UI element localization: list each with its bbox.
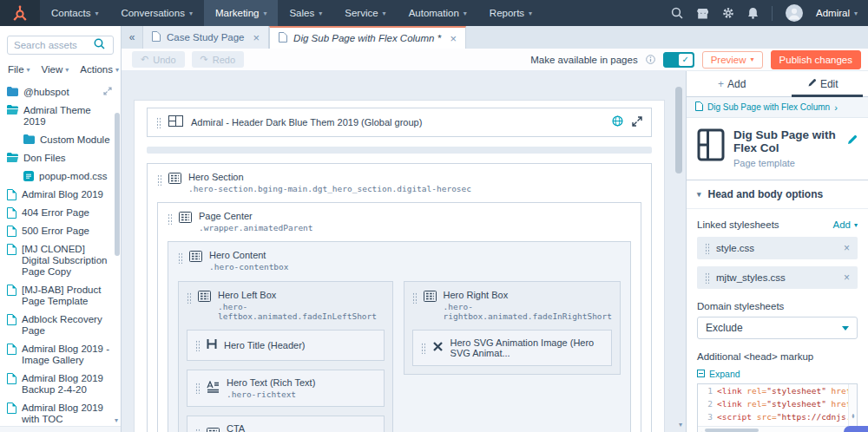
- marketplace-icon[interactable]: [696, 8, 709, 19]
- close-icon[interactable]: ×: [253, 31, 260, 44]
- notifications-bell-icon[interactable]: [747, 7, 759, 19]
- close-icon[interactable]: ×: [450, 32, 457, 45]
- domain-stylesheets-select[interactable]: Exclude: [697, 317, 858, 339]
- template-type-label: Page template: [733, 158, 858, 168]
- settings-gear-icon[interactable]: [722, 7, 734, 19]
- publish-changes-button[interactable]: Publish changes: [771, 50, 861, 69]
- module-cta[interactable]: CTA .hero-ctabox: [187, 416, 385, 432]
- module-hero-title[interactable]: Hero Title (Header): [187, 330, 385, 361]
- scroll-down-arrow-icon[interactable]: ▾: [852, 411, 855, 424]
- code-horizontal-scrollbar[interactable]: ◂ ▸: [698, 426, 848, 432]
- header-h-icon: [207, 337, 217, 353]
- template-icon: [697, 128, 725, 168]
- remove-icon[interactable]: ×: [844, 272, 850, 284]
- module-spacer[interactable]: [147, 147, 652, 154]
- sidebar-scrollbar[interactable]: [115, 113, 120, 256]
- drag-handle[interactable]: [156, 117, 161, 128]
- hero-content-group[interactable]: Hero Content .hero-contentbox Hero Left …: [168, 241, 631, 432]
- redo-button[interactable]: ↷Redo: [192, 51, 245, 68]
- stylesheet-item[interactable]: mjtw_styles.css ×: [697, 266, 858, 289]
- tree-item-blog-image-gallery[interactable]: Admiral Blog 2019 - Image Gallery: [7, 340, 112, 370]
- tree-item-404-error[interactable]: 404 Error Page: [7, 204, 112, 222]
- actions-menu[interactable]: Actions▾: [80, 64, 119, 75]
- globe-icon[interactable]: [612, 115, 623, 130]
- remove-icon[interactable]: ×: [844, 242, 850, 254]
- chat-beacon[interactable]: [844, 426, 868, 432]
- tree-item-custom-module[interactable]: Custom Module: [7, 131, 112, 149]
- breadcrumb[interactable]: Dig Sub Page with Flex Column: [687, 97, 868, 118]
- hero-left-box-group[interactable]: Hero Left Box .hero-leftbox.animated.fad…: [178, 281, 393, 432]
- nav-item-contacts[interactable]: Contacts▾: [40, 0, 109, 26]
- drag-handle[interactable]: [168, 213, 172, 225]
- nav-item-reports[interactable]: Reports▾: [478, 0, 543, 26]
- tree-item-blog-backup[interactable]: Admiral Blog 2019 Backup 2-4-20: [7, 370, 112, 399]
- chevron-down-icon: [842, 326, 849, 331]
- drag-handle[interactable]: [195, 383, 200, 394]
- nav-item-marketing[interactable]: Marketing▾: [204, 0, 279, 26]
- head-body-options-section[interactable]: ▾ Head and body options: [687, 180, 868, 209]
- tree-item-mj-cloned[interactable]: [MJ CLONED] Digital Subscription Page Co…: [7, 240, 112, 281]
- tab-dig-sub-page[interactable]: Dig Sub Page with Flex Column * ×: [269, 26, 466, 49]
- drag-handle[interactable]: [412, 292, 417, 304]
- drag-handle[interactable]: [195, 340, 200, 351]
- tree-item-mj-bab[interactable]: [MJ-BAB] Product Page Template: [7, 281, 112, 311]
- code-vertical-scrollbar[interactable]: ▴ ▾: [848, 384, 857, 426]
- undo-button[interactable]: ↶Undo: [132, 51, 185, 68]
- module-hero-svg-image[interactable]: Hero SVG Animation Image (Hero SVG Anima…: [412, 330, 612, 366]
- nav-item-service[interactable]: Service▾: [333, 0, 397, 26]
- hero-right-box-group[interactable]: Hero Right Box .hero-rightbox.animated.f…: [404, 281, 621, 375]
- tab-edit[interactable]: Edit: [778, 71, 868, 96]
- drag-handle[interactable]: [187, 292, 191, 304]
- head-markup-code-editor[interactable]: 1<link rel="stylesheet" href="http 2<lin…: [697, 383, 858, 432]
- drag-handle[interactable]: [421, 343, 425, 354]
- page-center-group[interactable]: Page Center .wrapper.animatedParent Hero…: [157, 202, 641, 432]
- popout-icon[interactable]: [632, 115, 642, 130]
- user-menu[interactable]: Admiral▾: [816, 8, 858, 18]
- make-available-toggle[interactable]: ✓: [663, 52, 694, 68]
- tab-case-study-page[interactable]: Case Study Page ×: [142, 26, 269, 49]
- preview-button[interactable]: Preview▾: [702, 51, 763, 69]
- edit-pencil-icon[interactable]: [846, 134, 858, 148]
- drag-handle[interactable]: [705, 243, 709, 254]
- tree-item-hubspot[interactable]: @hubspot: [7, 83, 112, 101]
- chevron-down-icon: ▾: [115, 66, 119, 74]
- search-assets-input[interactable]: [14, 40, 94, 50]
- drag-handle[interactable]: [157, 174, 161, 186]
- scroll-left-arrow-icon[interactable]: ◂: [699, 427, 702, 432]
- nav-item-conversations[interactable]: Conversations▾: [109, 0, 204, 26]
- tree-item-500-error[interactable]: 500 Error Page: [7, 222, 112, 240]
- file-menu[interactable]: File▾: [8, 64, 30, 75]
- search-icon[interactable]: [94, 37, 105, 53]
- popout-icon[interactable]: [103, 87, 112, 95]
- info-icon[interactable]: [646, 52, 655, 68]
- sidebar-horizontal-scrollbar[interactable]: [0, 426, 121, 432]
- stylesheet-item[interactable]: style.css ×: [697, 237, 858, 259]
- module-hero-text[interactable]: Hero Text (Rich Text) .hero-richtext: [187, 370, 385, 407]
- tree-item-blog-toc[interactable]: Admiral Blog 2019 with TOC: [7, 399, 112, 429]
- drag-handle[interactable]: [705, 272, 709, 284]
- tree-item-don-files[interactable]: Don Files: [7, 149, 112, 167]
- scroll-down-arrow-icon[interactable]: ▾: [115, 416, 118, 424]
- user-avatar[interactable]: [786, 4, 803, 22]
- expand-code-link[interactable]: Expand: [697, 369, 858, 379]
- hubspot-logo[interactable]: [0, 0, 40, 26]
- drag-handle[interactable]: [178, 252, 182, 264]
- nav-item-automation[interactable]: Automation▾: [398, 0, 478, 26]
- scroll-down-arrow-icon[interactable]: ▾: [679, 421, 682, 429]
- hero-section-group[interactable]: Hero Section .hero-section.bging-main.dg…: [147, 163, 652, 432]
- tree-item-adblock[interactable]: Adblock Recovery Page: [7, 311, 112, 340]
- tree-item-popup-mod-css[interactable]: popup-mod.css: [7, 167, 112, 186]
- tree-item-admiral-theme[interactable]: Admiral Theme 2019: [7, 101, 112, 131]
- drag-handle[interactable]: [195, 429, 200, 432]
- add-stylesheet-link[interactable]: Add▾: [833, 219, 858, 230]
- view-menu[interactable]: View▾: [42, 64, 69, 75]
- scrollbar-thumb[interactable]: [705, 429, 759, 432]
- tab-add[interactable]: +Add: [687, 71, 778, 96]
- canvas-scrollbar[interactable]: [675, 87, 682, 173]
- module-global-header[interactable]: Admiral - Header Dark Blue Them 2019 (Gl…: [147, 108, 652, 137]
- nav-item-sales[interactable]: Sales▾: [278, 0, 333, 26]
- collapse-sidebar-icon[interactable]: «: [122, 26, 142, 49]
- document-icon: [7, 189, 16, 200]
- search-icon[interactable]: [671, 7, 683, 19]
- tree-item-admiral-blog-2019[interactable]: Admiral Blog 2019: [7, 186, 112, 204]
